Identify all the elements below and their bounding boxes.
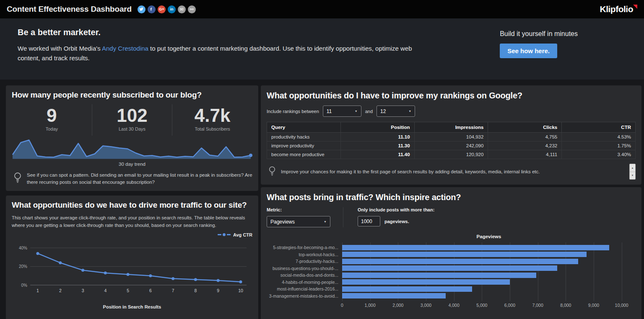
table-cell: 3.40% [562,150,636,159]
rankings-filter-row: Include rankings between 11 ▼ and 12 ▼ [267,105,636,117]
rankings-tip: Improve your chances for making it to th… [267,164,636,180]
bar-row [342,258,636,265]
bar [342,293,446,298]
table-cell: improve productivity [267,141,341,150]
pageviews-bar-chart: Pageviews 5-strategies-for-becoming-a-mo… [267,234,636,309]
stat-today: 9 Today [12,104,92,136]
table-cell: 4,755 [488,133,562,141]
table-cell: 4,232 [488,141,562,150]
legend-dot-icon [223,233,226,236]
bar-row [342,244,636,251]
facebook-icon[interactable] [148,5,156,13]
bar [342,259,578,264]
email-icon[interactable]: ✉ [178,5,186,13]
avg-ctr-line-chart: 0%20%40%12345678910 [12,237,252,300]
ctr-panel: What opportunities do we have to drive m… [6,196,258,319]
svg-text:40%: 40% [19,245,27,250]
subscriber-stats: 9 Today 102 Last 30 Days 4.7k Total Subs… [12,104,252,136]
svg-text:8: 8 [194,288,197,293]
subscriber-trend-chart [12,137,252,160]
andy-crestodina-link[interactable]: Andy Crestodina [102,45,148,52]
svg-text:2: 2 [59,288,62,293]
google-plus-icon[interactable]: G+ [158,5,166,13]
x-axis-tick: 4,000 [449,303,460,308]
threshold-input[interactable] [358,216,380,226]
rank-to-select[interactable]: 12 ▼ [377,105,415,117]
klipfolio-logo[interactable]: Klipfolio [600,4,637,14]
x-axis-tick: 1,000 [365,303,376,308]
bar [342,279,510,285]
table-row: become more productive11.40120,9204,1113… [267,150,636,159]
stat-value: 4.7k [172,106,252,125]
svg-text:9: 9 [217,288,219,293]
bar-label: most-influencial-leaders-2016... [267,286,342,293]
bar-label: 5-strategies-for-becoming-a-mo... [267,244,342,251]
bar-row [342,251,636,258]
table-cell: 242,090 [414,141,488,150]
rankings-panel: What opportunities do I have to improve … [261,85,641,185]
x-axis-tick: 2,000 [392,303,403,308]
top-bar: Content Effectiveness Dashboard G+ in ✉ … [0,0,644,18]
logo-flag-icon [633,5,637,9]
ctr-panel-description: This chart shows your average click-thro… [12,214,252,229]
stat-label: Today [12,126,92,131]
bar-row [342,279,636,286]
posts-filter-row: Metric: Pageviews ▼ Only include posts w… [267,207,636,227]
bar-label: 7-productivity-hacks... [267,258,342,265]
rank-from-select[interactable]: 11 ▼ [323,105,361,117]
chevron-down-icon: ▼ [324,220,327,223]
x-axis-tick: 7,000 [532,303,543,308]
threshold-suffix: pageviews. [384,219,409,224]
svg-text:7: 7 [172,288,174,293]
lightbulb-icon [268,166,276,178]
linkedin-icon[interactable]: in [168,5,176,13]
column-header: Position [340,122,414,133]
hero-heading: Be a better marketer. [18,28,416,37]
link-icon[interactable]: ⚯ [188,5,196,13]
bar-row [342,286,636,293]
bar-label: business-questions-you-should-... [267,265,342,272]
rankings-panel-title: What opportunities do I have to improve … [267,90,636,100]
and-label: and [365,109,373,114]
social-share-bar: G+ in ✉ ⚯ [138,5,196,13]
table-cell: 11.40 [340,150,414,159]
metric-label: Metric: [267,207,343,212]
see-how-button[interactable]: See how here. [500,44,557,58]
ctr-x-axis-label: Position in Search Results [12,304,252,309]
lightbulb-icon [13,172,22,185]
bar [342,252,587,257]
bar-row [342,272,636,279]
table-cell: become more productive [267,150,341,159]
stat-total-subscribers: 4.7k Total Subscribers [172,104,252,136]
bar [342,286,472,292]
stat-value: 9 [12,106,92,125]
subscribers-panel: How many people recently subscribed to o… [6,85,258,191]
table-cell: 120,920 [414,150,488,159]
x-axis-tick: 8,000 [560,303,571,308]
column-header: Impressions [414,122,488,133]
bar-label: 4-habits-of-morning-people... [267,279,342,286]
posts-panel-title: What posts bring in traffic? Which inspi… [267,192,636,202]
svg-text:3: 3 [82,288,84,293]
cta-label: Build it yourself in minutes [500,30,578,38]
bar-row [342,293,636,300]
posts-panel: What posts bring in traffic? Which inspi… [261,187,641,319]
table-cell: 4.53% [562,133,636,141]
bar-row [342,265,636,272]
x-axis-tick: 5,000 [476,303,487,308]
svg-text:5: 5 [127,288,129,293]
stat-label: Last 30 Days [92,126,172,131]
twitter-icon[interactable] [138,5,145,13]
svg-text:1: 1 [36,288,39,293]
column-header: Clicks [488,122,562,133]
bar [342,245,609,250]
chevron-down-icon: ▼ [355,110,358,113]
page-title: Content Effectiveness Dashboard [7,5,132,14]
spinner-up-button[interactable]: ▲ [630,164,635,172]
spinner-down-button[interactable]: ▼ [630,172,635,180]
stat-value: 102 [92,106,172,125]
trend-caption: 30 day trend [12,162,252,167]
metric-select[interactable]: Pageviews ▼ [267,216,330,227]
table-cell: 11.30 [340,141,414,150]
column-header: CTR [562,122,636,133]
